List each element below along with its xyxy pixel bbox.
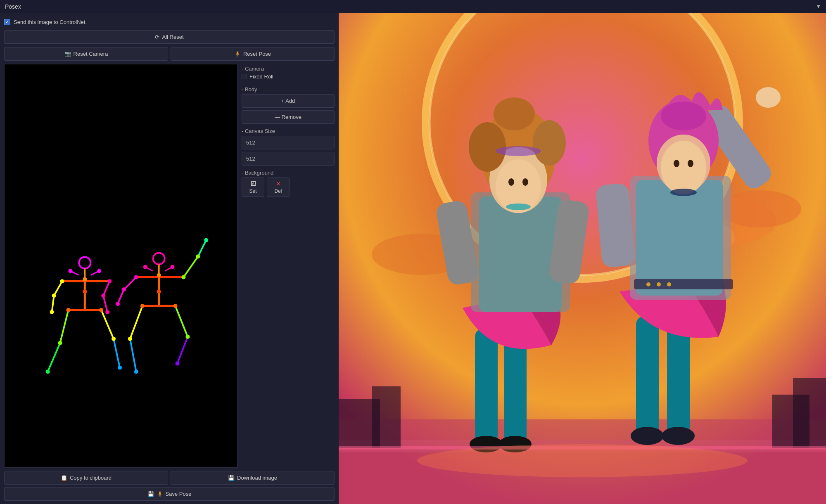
svg-point-87 <box>506 203 531 210</box>
svg-point-51 <box>185 335 190 339</box>
save-pose-person-icon: 🧍 <box>157 491 163 497</box>
svg-point-28 <box>97 269 101 273</box>
svg-point-107 <box>657 282 661 286</box>
background-del-button[interactable]: ✕ Del <box>267 177 290 197</box>
svg-point-102 <box>674 160 679 167</box>
svg-point-59 <box>171 265 175 269</box>
fixed-roll-row: Fixed Roll <box>242 73 335 80</box>
save-pose-button[interactable]: 💾 🧍 Save Pose <box>4 487 335 501</box>
svg-rect-112 <box>793 378 826 448</box>
svg-point-15 <box>52 293 56 298</box>
remove-body-button[interactable]: — Remove <box>242 110 335 124</box>
background-section: - Background 🖼 Set ✕ Del <box>242 170 335 197</box>
copy-download-row: 📋 Copy to clipboard 💾 Download image <box>4 471 335 485</box>
del-image-icon: ✕ <box>276 180 281 187</box>
svg-point-46 <box>116 302 120 306</box>
controls-panel: - Camera Fixed Roll - Body + Add — Re <box>242 64 335 468</box>
svg-line-9 <box>60 310 69 343</box>
body-section-label: - Body <box>242 86 335 92</box>
copy-clipboard-icon: 📋 <box>61 475 67 481</box>
svg-line-11 <box>101 310 114 339</box>
save-pose-icon: 💾 <box>147 491 154 497</box>
svg-line-38 <box>130 306 142 339</box>
svg-point-17 <box>50 310 54 314</box>
svg-point-48 <box>140 304 145 308</box>
svg-point-23 <box>46 370 50 374</box>
reset-camera-label: Reset Camera <box>74 51 108 57</box>
right-panel <box>339 13 826 504</box>
reset-pose-button[interactable]: 🧍 Reset Pose <box>171 47 335 61</box>
svg-point-54 <box>157 273 161 277</box>
svg-point-61 <box>83 277 87 281</box>
all-reset-label: All Reset <box>162 34 183 40</box>
all-reset-button[interactable]: ⟳ All Reset <box>4 30 335 44</box>
svg-line-4 <box>52 296 54 312</box>
download-image-button[interactable]: 💾 Download image <box>171 471 335 485</box>
del-label: Del <box>274 188 282 194</box>
bottom-buttons: 📋 Copy to clipboard 💾 Download image 💾 🧍… <box>4 471 335 501</box>
svg-point-55 <box>157 289 161 293</box>
app-title: Posex <box>5 3 21 10</box>
body-section: - Body + Add — Remove <box>242 86 335 124</box>
svg-line-39 <box>130 339 136 372</box>
svg-rect-71 <box>475 329 498 444</box>
svg-line-12 <box>114 339 120 368</box>
svg-point-21 <box>58 341 62 345</box>
reference-artwork <box>339 13 826 504</box>
canvas-height-input[interactable] <box>242 152 335 166</box>
svg-point-101 <box>661 141 706 194</box>
download-label: Download image <box>237 475 277 481</box>
svg-point-82 <box>533 120 566 166</box>
svg-point-100 <box>661 102 706 130</box>
svg-point-13 <box>60 279 64 283</box>
svg-point-24 <box>118 366 122 370</box>
menu-icon[interactable]: ▼ <box>816 3 821 9</box>
save-pose-label: Save Pose <box>166 491 192 497</box>
fixed-roll-checkbox[interactable] <box>242 74 247 79</box>
svg-point-45 <box>196 255 200 259</box>
svg-line-6 <box>103 296 107 312</box>
background-set-button[interactable]: 🖼 Set <box>242 177 264 197</box>
svg-line-34 <box>183 257 198 277</box>
svg-line-32 <box>124 277 136 289</box>
svg-point-22 <box>112 337 116 341</box>
svg-point-43 <box>181 275 185 279</box>
add-body-button[interactable]: + Add <box>242 94 335 108</box>
svg-point-50 <box>128 337 132 341</box>
reset-camera-button[interactable]: 📷 Reset Camera <box>4 47 168 61</box>
svg-point-92 <box>662 427 695 445</box>
set-label: Set <box>249 188 256 194</box>
svg-point-19 <box>66 308 70 312</box>
svg-point-0 <box>79 257 90 269</box>
svg-rect-72 <box>504 337 527 444</box>
svg-point-20 <box>99 308 103 312</box>
send-controlnet-label: Send this image to ControlNet. <box>14 19 87 25</box>
svg-point-42 <box>134 275 138 279</box>
svg-point-49 <box>173 304 178 308</box>
pose-canvas[interactable] <box>4 64 237 468</box>
svg-point-29 <box>153 253 165 265</box>
camera-section: - Camera Fixed Roll <box>242 66 335 82</box>
canvas-width-input[interactable] <box>242 136 335 149</box>
background-buttons: 🖼 Set ✕ Del <box>242 177 335 197</box>
svg-point-86 <box>522 178 528 186</box>
set-image-icon: 🖼 <box>250 180 256 187</box>
canvas-size-section: - Canvas Size <box>242 128 335 166</box>
reference-image <box>339 13 826 504</box>
svg-point-44 <box>122 287 126 291</box>
add-body-label: + Add <box>281 98 295 104</box>
svg-line-40 <box>176 306 188 337</box>
svg-point-47 <box>204 238 208 242</box>
main-layout: Send this image to ControlNet. ⟳ All Res… <box>0 13 826 504</box>
svg-point-27 <box>68 269 72 273</box>
reset-buttons-row: 📷 Reset Camera 🧍 Reset Pose <box>4 47 335 61</box>
send-controlnet-checkbox[interactable] <box>4 19 10 25</box>
copy-clipboard-button[interactable]: 📋 Copy to clipboard <box>4 471 168 485</box>
svg-point-83 <box>494 97 535 130</box>
svg-point-106 <box>646 282 650 286</box>
camera-section-label: - Camera <box>242 66 335 72</box>
download-icon: 💾 <box>228 475 235 481</box>
reset-camera-icon: 📷 <box>64 51 71 57</box>
svg-point-85 <box>508 178 514 186</box>
svg-point-81 <box>469 122 506 172</box>
